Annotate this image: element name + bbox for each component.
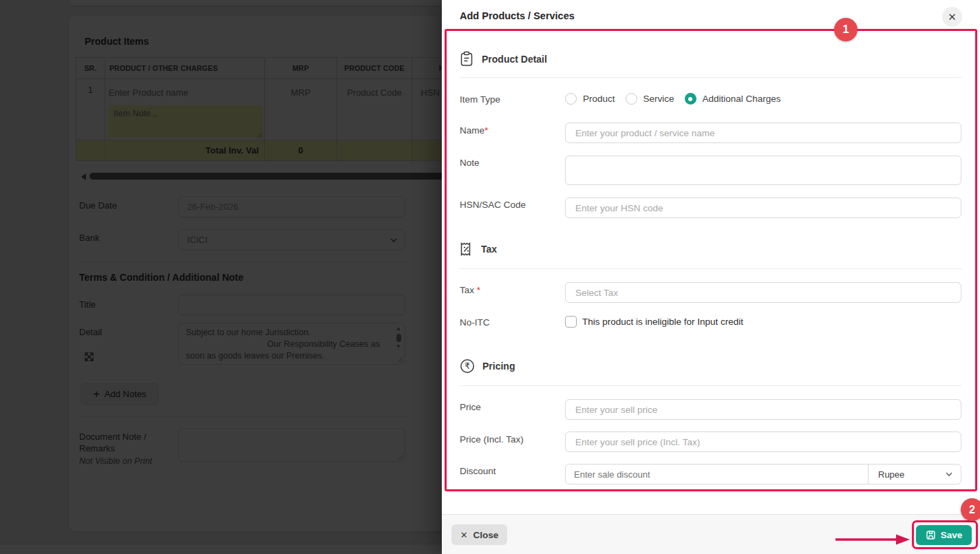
section-title: Product Detail xyxy=(482,54,547,65)
required-asterisk: * xyxy=(477,285,480,295)
svg-text:₹: ₹ xyxy=(465,361,470,371)
save-icon xyxy=(926,530,936,540)
no-itc-checkbox-label: This product is ineligible for Input cre… xyxy=(582,317,743,327)
radio-icon[interactable] xyxy=(565,93,577,105)
discount-input-group: Rupee xyxy=(565,464,961,484)
rupee-circle-icon: ₹ xyxy=(460,359,475,374)
annotation-step-badge-2: 2 xyxy=(961,498,980,521)
ticket-percent-icon xyxy=(460,242,473,257)
radio-checked-icon[interactable] xyxy=(685,93,696,105)
section-divider xyxy=(460,77,962,78)
item-type-label: Item Type xyxy=(460,94,500,105)
note-textarea[interactable] xyxy=(565,156,961,185)
section-title: Pricing xyxy=(482,361,515,372)
modal-footer: ✕ Close Save xyxy=(442,514,980,554)
hsn-sac-input[interactable] xyxy=(565,198,961,218)
discount-label: Discount xyxy=(460,466,496,476)
close-icon: ✕ xyxy=(460,530,468,540)
modal-close-button[interactable]: ✕ xyxy=(942,7,962,27)
tax-section-header: Tax xyxy=(460,242,497,257)
discount-input[interactable] xyxy=(566,465,868,484)
radio-product[interactable]: Product xyxy=(565,93,615,105)
close-button[interactable]: ✕ Close xyxy=(451,524,507,545)
radio-service[interactable]: Service xyxy=(626,93,674,105)
save-button[interactable]: Save xyxy=(916,525,972,545)
discount-unit-select[interactable]: Rupee xyxy=(868,465,961,484)
price-label: Price xyxy=(460,402,481,412)
annotation-step-badge-1: 1 xyxy=(834,18,858,41)
note-label: Note xyxy=(460,158,480,168)
section-divider xyxy=(460,268,962,269)
discount-unit-value: Rupee xyxy=(878,469,904,480)
price-input[interactable] xyxy=(565,399,961,420)
product-detail-section-header: Product Detail xyxy=(460,51,547,67)
radio-icon[interactable] xyxy=(626,93,637,105)
section-title: Tax xyxy=(481,244,497,255)
pricing-section-header: ₹ Pricing xyxy=(460,359,515,374)
name-label: Name* xyxy=(460,125,488,136)
name-input[interactable] xyxy=(565,122,961,143)
close-icon: ✕ xyxy=(948,11,957,23)
tax-label: Tax * xyxy=(460,285,480,295)
modal-title: Add Products / Services xyxy=(460,10,575,21)
tax-select[interactable] xyxy=(565,282,961,303)
section-divider xyxy=(460,385,962,386)
clipboard-icon xyxy=(460,51,474,67)
add-products-services-modal: Add Products / Services ✕ Product Detail… xyxy=(442,0,980,554)
price-incl-tax-label: Price (Incl. Tax) xyxy=(460,434,524,445)
radio-additional-charges[interactable]: Additional Charges xyxy=(685,93,781,105)
no-itc-checkbox[interactable] xyxy=(565,316,577,328)
item-type-radio-group: Product Service Additional Charges xyxy=(565,93,781,105)
price-incl-tax-input[interactable] xyxy=(565,432,961,452)
no-itc-label: No-ITC xyxy=(460,317,490,328)
chevron-down-icon xyxy=(945,470,953,478)
required-asterisk: * xyxy=(484,125,488,136)
hsn-sac-label: HSN/SAC Code xyxy=(460,200,526,210)
